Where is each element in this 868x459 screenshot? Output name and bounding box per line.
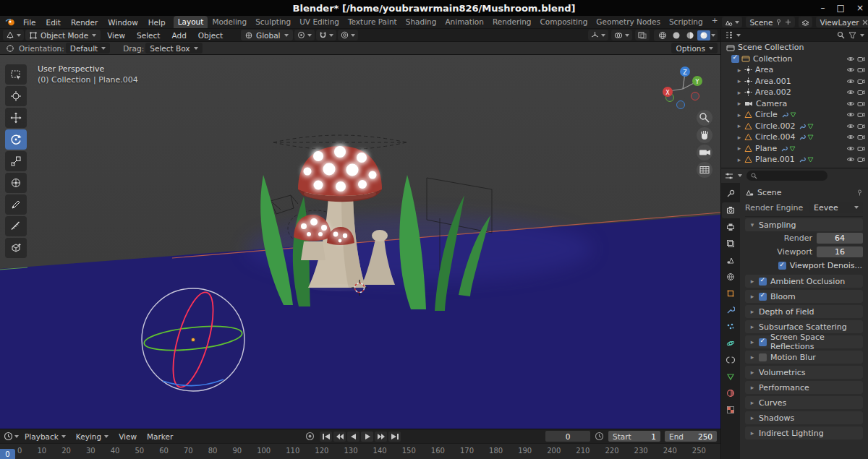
section-checkbox[interactable] [759,293,767,301]
properties-section-header[interactable]: ▸ Shadows [745,411,863,424]
workspace-tab[interactable]: Geometry Nodes [592,16,665,29]
viewport-samples-field[interactable]: 16 [817,246,863,257]
mode-dropdown[interactable]: Object Mode [25,30,101,40]
tab-tool[interactable] [722,186,740,202]
properties-section-header[interactable]: ▸ Bloom [745,290,863,303]
jump-to-start-button[interactable] [320,432,332,442]
editor-type-button[interactable] [3,30,24,40]
hide-eye-toggle[interactable] [846,67,855,73]
render-visibility-toggle[interactable] [857,156,865,163]
properties-section-header[interactable]: ▸ Ambient Occlusion [745,275,863,288]
properties-section-header[interactable]: ▸ Depth of Field [745,305,863,318]
tool-measure[interactable] [5,216,27,236]
render-visibility-toggle[interactable] [857,89,865,95]
tool-transform[interactable] [5,173,27,193]
menubar-menu-item[interactable]: File [18,18,41,27]
outliner-object-row[interactable]: ▸ Area [721,64,868,76]
axis-neg-z[interactable] [677,101,685,109]
tab-object[interactable] [722,286,740,301]
outliner-root-row[interactable]: Scene Collection [721,42,868,53]
tab-texture[interactable] [722,402,740,418]
blender-logo-menu[interactable] [3,17,18,27]
properties-section-header[interactable]: ▸ Performance [745,381,863,394]
viewport-menu-item[interactable]: Object [193,31,228,40]
expand-icon[interactable]: ▸ [736,77,742,85]
hide-eye-toggle[interactable] [846,56,855,62]
timeline-menu-item[interactable]: Marker [142,432,177,441]
tab-scene[interactable] [722,252,740,268]
tool-cursor[interactable] [5,86,27,106]
clock-icon[interactable] [595,432,604,441]
outliner-object-row[interactable]: ▸ Plane [721,143,868,155]
outliner-object-row[interactable]: ▸ Area.002 [721,87,868,98]
tab-particles[interactable] [722,319,740,335]
shading-solid-button[interactable] [670,30,683,40]
camera-view-button[interactable] [697,145,712,160]
tab-render[interactable] [722,202,740,218]
render-engine-dropdown[interactable]: Eevee [809,202,863,213]
workspace-tab[interactable]: Sculpting [251,16,295,29]
play-reverse-button[interactable] [347,432,359,442]
tool-move[interactable] [5,108,27,128]
render-visibility-toggle[interactable] [857,145,865,152]
workspace-tab[interactable]: Rendering [488,16,536,29]
timeline-menu-item[interactable]: View [114,432,141,441]
add-workspace-button[interactable]: + [707,16,723,29]
perspective-toggle-button[interactable] [697,162,712,178]
tool-select-box[interactable] [5,64,27,85]
pan-button[interactable] [697,127,712,143]
playhead-marker[interactable]: 0 [0,449,15,459]
properties-section-header[interactable]: ▸ Curves [745,396,863,409]
render-visibility-toggle[interactable] [857,123,865,129]
workspace-tab[interactable]: Shading [401,16,441,29]
outliner-object-row[interactable]: ▸ Plane.001 [721,154,868,166]
tool-add-cube[interactable] [5,238,27,258]
hide-eye-toggle[interactable] [846,123,855,129]
breadcrumb-scene[interactable]: Scene [757,188,782,197]
properties-editor-icon[interactable] [725,172,733,180]
outliner-object-row[interactable]: ▸ Camera [721,98,868,110]
expand-icon[interactable]: ▸ [736,134,742,141]
render-visibility-toggle[interactable] [857,56,865,62]
expand-icon[interactable]: ▸ [736,145,742,152]
pin-icon[interactable] [856,189,863,196]
menubar-menu-item[interactable]: Edit [41,18,66,27]
workspace-tab[interactable]: Compositing [536,16,592,29]
zoom-button[interactable] [697,110,712,126]
maximize-button[interactable]: □ [837,3,845,13]
tab-physics[interactable] [722,335,740,351]
workspace-tab[interactable]: Modeling [208,16,251,29]
shading-rendered-button[interactable] [697,30,710,40]
tab-material[interactable] [722,385,740,401]
properties-section-header[interactable]: ▸ Volumetrics [745,366,863,379]
render-visibility-toggle[interactable] [857,134,865,140]
timeline-ruler[interactable]: 0102030405060708090100110120130140150160… [0,443,720,459]
shading-wireframe-button[interactable] [656,30,669,40]
scene-selector[interactable]: Scene [746,17,795,27]
close-viewlayer-icon[interactable] [862,20,868,25]
gizmos-dropdown[interactable] [588,30,608,40]
render-visibility-toggle[interactable] [857,67,865,73]
options-dropdown[interactable]: Options [671,43,718,53]
menubar-menu-item[interactable]: Window [103,18,142,27]
browse-scene-button[interactable] [722,17,742,27]
snap-toggle[interactable] [316,30,336,40]
sampling-panel-header[interactable]: ▾ Sampling [745,218,863,231]
tool-scale[interactable] [5,151,27,171]
auto-keying-toggle[interactable] [305,432,315,441]
expand-icon[interactable]: ▸ [736,67,742,74]
hide-eye-toggle[interactable] [846,89,855,95]
section-checkbox[interactable] [759,278,767,286]
tool-annotate[interactable] [5,194,27,215]
menubar-menu-item[interactable]: Render [66,18,103,27]
3d-viewport[interactable]: Z Y X [0,55,720,429]
tool-rotate[interactable] [5,129,27,150]
render-samples-field[interactable]: 64 [817,233,863,244]
tab-world[interactable] [722,269,740,285]
tab-view-layer[interactable] [722,236,740,252]
properties-section-header[interactable]: ▸ Motion Blur [745,351,863,364]
render-visibility-toggle[interactable] [857,111,865,118]
expand-icon[interactable]: ▸ [736,111,742,119]
hide-eye-toggle[interactable] [846,145,855,152]
end-frame-field[interactable]: End 250 [665,431,717,442]
